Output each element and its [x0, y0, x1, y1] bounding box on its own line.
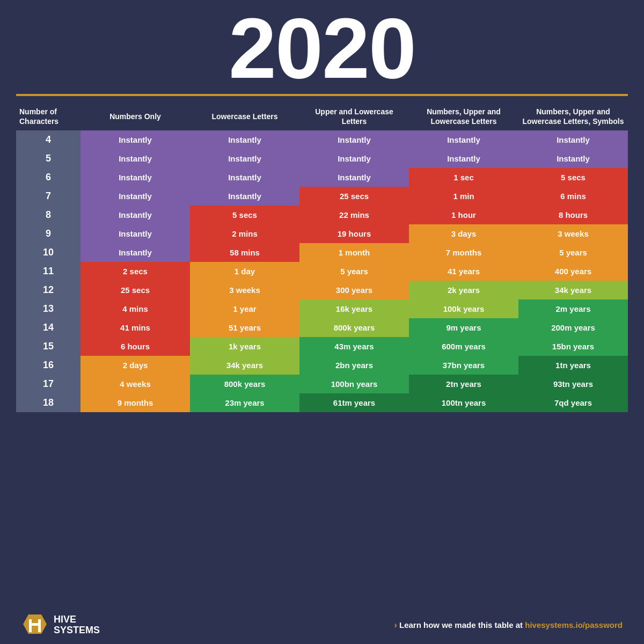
col-header-2: Lowercase Letters — [190, 103, 299, 130]
data-cell: 200m years — [518, 318, 628, 337]
data-cell: 25 secs — [80, 281, 190, 299]
char-count-cell: 6 — [16, 168, 80, 187]
svg-rect-3 — [29, 623, 41, 626]
table-row: 1225 secs3 weeks300 years2k years34k yea… — [16, 281, 628, 299]
char-count-cell: 10 — [16, 243, 80, 262]
data-cell: 19 hours — [299, 224, 409, 243]
data-cell: 800k years — [299, 318, 409, 337]
divider — [16, 94, 628, 96]
data-cell: 2 days — [80, 356, 190, 375]
data-cell: Instantly — [299, 149, 409, 168]
data-cell: Instantly — [299, 130, 409, 149]
page-title: 2020 — [229, 5, 415, 91]
data-cell: 1tn years — [518, 356, 628, 375]
data-cell: 6 hours — [80, 337, 190, 356]
char-count-cell: 17 — [16, 375, 80, 393]
char-count-cell: 5 — [16, 149, 80, 168]
data-cell: 2tn years — [409, 375, 518, 393]
col-header-3: Upper and Lowercase Letters — [299, 103, 409, 130]
table-row: 10Instantly58 mins1 month7 months5 years — [16, 243, 628, 262]
data-cell: 22 mins — [299, 206, 409, 224]
data-cell: 2m years — [518, 299, 628, 318]
table-row: 156 hours1k years43m years600m years15bn… — [16, 337, 628, 356]
data-cell: Instantly — [80, 206, 190, 224]
char-count-cell: 11 — [16, 262, 80, 281]
table-row: 9Instantly2 mins19 hours3 days3 weeks — [16, 224, 628, 243]
table-row: 162 days34k years2bn years37bn years1tn … — [16, 356, 628, 375]
data-cell: Instantly — [80, 187, 190, 206]
data-cell: 2 mins — [190, 224, 299, 243]
char-count-cell: 14 — [16, 318, 80, 337]
data-cell: 2 secs — [80, 262, 190, 281]
data-cell: 23m years — [190, 393, 299, 412]
table-row: 6InstantlyInstantlyInstantly1 sec5 secs — [16, 168, 628, 187]
table-row: 189 months23m years61tm years100tn years… — [16, 393, 628, 412]
data-cell: 58 mins — [190, 243, 299, 262]
data-cell: 34k years — [518, 281, 628, 299]
data-cell: 1 sec — [409, 168, 518, 187]
data-cell: Instantly — [190, 149, 299, 168]
data-cell: Instantly — [190, 168, 299, 187]
data-cell: Instantly — [80, 243, 190, 262]
data-cell: Instantly — [80, 224, 190, 243]
char-count-cell: 8 — [16, 206, 80, 224]
data-cell: 3 days — [409, 224, 518, 243]
col-header-4: Numbers, Upper and Lowercase Letters — [409, 103, 518, 130]
data-cell: 1k years — [190, 337, 299, 356]
data-cell: 100k years — [409, 299, 518, 318]
data-cell: Instantly — [80, 168, 190, 187]
data-cell: Instantly — [409, 130, 518, 149]
password-table: Number of CharactersNumbers OnlyLowercas… — [16, 103, 628, 412]
table-row: 1441 mins51 years800k years9m years200m … — [16, 318, 628, 337]
data-cell: 400 years — [518, 262, 628, 281]
data-cell: 1 year — [190, 299, 299, 318]
data-cell: Instantly — [80, 149, 190, 168]
col-header-0: Number of Characters — [16, 103, 80, 130]
col-header-1: Numbers Only — [80, 103, 190, 130]
data-cell: Instantly — [299, 168, 409, 187]
char-count-cell: 12 — [16, 281, 80, 299]
data-cell: 7qd years — [518, 393, 628, 412]
table-row: 5InstantlyInstantlyInstantlyInstantlyIns… — [16, 149, 628, 168]
data-cell: 5 years — [299, 262, 409, 281]
data-cell: 600m years — [409, 337, 518, 356]
data-cell: 2bn years — [299, 356, 409, 375]
data-cell: 1 day — [190, 262, 299, 281]
table-row: 134 mins1 year16k years100k years2m year… — [16, 299, 628, 318]
data-cell: 43m years — [299, 337, 409, 356]
data-cell: Instantly — [518, 130, 628, 149]
data-cell: Instantly — [409, 149, 518, 168]
char-count-cell: 13 — [16, 299, 80, 318]
char-count-cell: 16 — [16, 356, 80, 375]
data-cell: 6 mins — [518, 187, 628, 206]
table-row: 7InstantlyInstantly25 secs1 min6 mins — [16, 187, 628, 206]
data-cell: 41 years — [409, 262, 518, 281]
data-cell: 37bn years — [409, 356, 518, 375]
data-cell: 100tn years — [409, 393, 518, 412]
data-cell: Instantly — [190, 130, 299, 149]
data-cell: 34k years — [190, 356, 299, 375]
data-cell: 16k years — [299, 299, 409, 318]
data-cell: 100bn years — [299, 375, 409, 393]
col-header-5: Numbers, Upper and Lowercase Letters, Sy… — [518, 103, 628, 130]
data-cell: 8 hours — [518, 206, 628, 224]
data-cell: 3 weeks — [190, 281, 299, 299]
data-cell: 3 weeks — [518, 224, 628, 243]
char-count-cell: 4 — [16, 130, 80, 149]
data-cell: 7 months — [409, 243, 518, 262]
footer-link[interactable]: › Learn how we made this table at hivesy… — [394, 620, 623, 630]
data-cell: 4 weeks — [80, 375, 190, 393]
logo-text: HIVE SYSTEMS — [54, 614, 100, 636]
table-row: 8Instantly5 secs22 mins1 hour8 hours — [16, 206, 628, 224]
data-cell: 25 secs — [299, 187, 409, 206]
table-row: 112 secs1 day5 years41 years400 years — [16, 262, 628, 281]
data-cell: 5 secs — [518, 168, 628, 187]
char-count-cell: 9 — [16, 224, 80, 243]
data-cell: 5 secs — [190, 206, 299, 224]
table-row: 4InstantlyInstantlyInstantlyInstantlyIns… — [16, 130, 628, 149]
data-cell: 800k years — [190, 375, 299, 393]
data-cell: 51 years — [190, 318, 299, 337]
hive-logo-icon — [21, 612, 48, 639]
data-cell: 4 mins — [80, 299, 190, 318]
table-row: 174 weeks800k years100bn years2tn years9… — [16, 375, 628, 393]
